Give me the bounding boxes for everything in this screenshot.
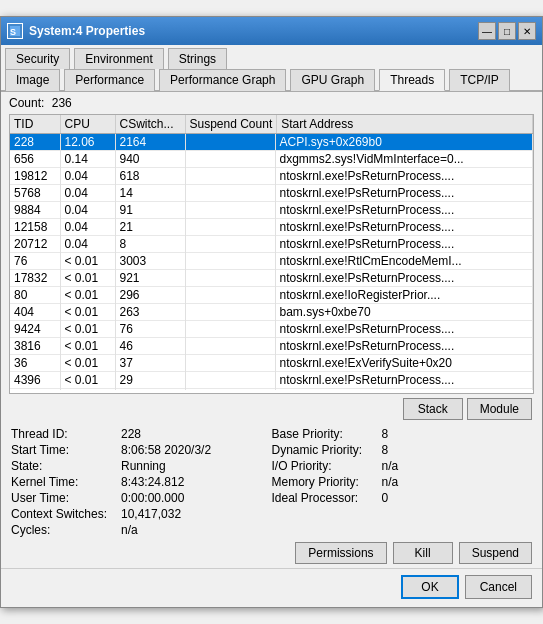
cell-suspend [185,321,275,338]
bottom-buttons: OK Cancel [1,568,542,607]
cell-start: ACPI.sys+0x269b0 [275,134,533,151]
table-row[interactable]: 3816< 0.0146ntoskrnl.exe!PsReturnProcess… [10,338,533,355]
cell-tid: 404 [10,304,60,321]
tab-gpu-graph[interactable]: GPU Graph [290,69,375,91]
tab-performance[interactable]: Performance [64,69,155,91]
kill-button[interactable]: Kill [393,542,453,564]
cell-tid: 656 [10,151,60,168]
cell-suspend [185,151,275,168]
col-header-cpu: CPU [60,115,115,134]
table-row[interactable]: 17832< 0.01921ntoskrnl.exe!PsReturnProce… [10,270,533,287]
table-row[interactable]: 121580.0421ntoskrnl.exe!PsReturnProcess.… [10,219,533,236]
cell-start: dxgmms2.sys!VidMmInterface=0... [275,389,533,391]
tab-tcpip[interactable]: TCP/IP [449,69,510,91]
table-row[interactable]: 688< 0.0127dxgmms2.sys!VidMmInterface=0.… [10,389,533,391]
module-button[interactable]: Module [467,398,532,420]
cell-start: ntoskrnl.exe!PsReturnProcess.... [275,372,533,389]
cell-start: ntoskrnl.exe!PsReturnProcess.... [275,219,533,236]
cell-tid: 80 [10,287,60,304]
cell-tid: 228 [10,134,60,151]
tab-threads[interactable]: Threads [379,69,445,91]
cell-tid: 5768 [10,185,60,202]
suspend-button[interactable]: Suspend [459,542,532,564]
start-time-label: Start Time: [11,443,121,457]
cell-start: ntoskrnl.exe!PsReturnProcess.... [275,338,533,355]
io-priority-row: I/O Priority: n/a [272,458,533,474]
state-row: State: Running [11,458,272,474]
cell-tid: 76 [10,253,60,270]
cell-cpu: < 0.01 [60,372,115,389]
minimize-button[interactable]: — [478,22,496,40]
threads-scroll[interactable]: 22812.062164ACPI.sys+0x269b06560.14940dx… [10,134,533,390]
tabs-lower-row: Image Performance Performance Graph GPU … [1,68,542,90]
table-row[interactable]: 4396< 0.0129ntoskrnl.exe!PsReturnProcess… [10,372,533,389]
cell-start: ntoskrnl.exe!PsReturnProcess.... [275,202,533,219]
table-row[interactable]: 98840.0491ntoskrnl.exe!PsReturnProcess..… [10,202,533,219]
table-row[interactable]: 404< 0.01263bam.sys+0xbe70 [10,304,533,321]
tab-environment[interactable]: Environment [74,48,163,69]
col-header-tid: TID [10,115,60,134]
cell-tid: 12158 [10,219,60,236]
details-left: Thread ID: 228 Start Time: 8:06:58 2020/… [11,426,272,538]
cell-suspend [185,253,275,270]
cell-tid: 9424 [10,321,60,338]
context-switches-row: Context Switches: 10,417,032 [11,506,272,522]
dynamic-priority-label: Dynamic Priority: [272,443,382,457]
table-row[interactable]: 57680.0414ntoskrnl.exe!PsReturnProcess..… [10,185,533,202]
cell-cswitch: 37 [115,355,185,372]
cell-cpu: 0.04 [60,185,115,202]
io-priority-label: I/O Priority: [272,459,382,473]
cell-cpu: 0.14 [60,151,115,168]
col-header-suspend: Suspend Count [185,115,277,134]
table-row[interactable]: 76< 0.013003ntoskrnl.exe!RtlCmEncodeMemI… [10,253,533,270]
stack-button[interactable]: Stack [403,398,463,420]
user-time-label: User Time: [11,491,121,505]
count-label: Count: [9,96,44,110]
tab-performance-graph[interactable]: Performance Graph [159,69,286,91]
permissions-button[interactable]: Permissions [295,542,386,564]
base-priority-label: Base Priority: [272,427,382,441]
user-time-value: 0:00:00.000 [121,491,184,505]
tab-image[interactable]: Image [5,69,60,91]
cell-cswitch: 46 [115,338,185,355]
table-row[interactable]: 198120.04618ntoskrnl.exe!PsReturnProcess… [10,168,533,185]
cell-start: ntoskrnl.exe!PsReturnProcess.... [275,168,533,185]
cell-suspend [185,202,275,219]
close-button[interactable]: ✕ [518,22,536,40]
cell-cpu: < 0.01 [60,338,115,355]
cell-cswitch: 91 [115,202,185,219]
table-row[interactable]: 80< 0.01296ntoskrnl.exe!IoRegisterPrior.… [10,287,533,304]
cell-suspend [185,287,275,304]
cell-cswitch: 14 [115,185,185,202]
cell-suspend [185,219,275,236]
tab-rows: Security Environment Strings Image Perfo… [1,45,542,92]
details-right: Base Priority: 8 Dynamic Priority: 8 I/O… [272,426,533,538]
cell-suspend [185,338,275,355]
stack-module-buttons: Stack Module [1,394,542,424]
cell-cswitch: 940 [115,151,185,168]
ok-button[interactable]: OK [401,575,458,599]
table-row[interactable]: 22812.062164ACPI.sys+0x269b0 [10,134,533,151]
dynamic-priority-row: Dynamic Priority: 8 [272,442,533,458]
cell-cswitch: 27 [115,389,185,391]
table-row[interactable]: 207120.048ntoskrnl.exe!PsReturnProcess..… [10,236,533,253]
threads-data-table: 22812.062164ACPI.sys+0x269b06560.14940dx… [10,134,533,390]
table-row[interactable]: 6560.14940dxgmms2.sys!VidMmInterface=0..… [10,151,533,168]
table-row[interactable]: 36< 0.0137ntoskrnl.exe!ExVerifySuite+0x2… [10,355,533,372]
cell-suspend [185,134,275,151]
table-row[interactable]: 9424< 0.0176ntoskrnl.exe!PsReturnProcess… [10,321,533,338]
cell-cswitch: 618 [115,168,185,185]
maximize-button[interactable]: □ [498,22,516,40]
context-switches-value: 10,417,032 [121,507,181,521]
svg-text:S: S [10,27,16,37]
tab-security[interactable]: Security [5,48,70,69]
cancel-button[interactable]: Cancel [465,575,532,599]
context-switches-label: Context Switches: [11,507,121,521]
cell-tid: 17832 [10,270,60,287]
start-time-value: 8:06:58 2020/3/2 [121,443,211,457]
cell-tid: 3816 [10,338,60,355]
tab-strings[interactable]: Strings [168,48,227,69]
cell-cpu: 0.04 [60,219,115,236]
main-window: S System:4 Properties — □ ✕ Security Env… [0,16,543,608]
ideal-processor-value: 0 [382,491,389,505]
